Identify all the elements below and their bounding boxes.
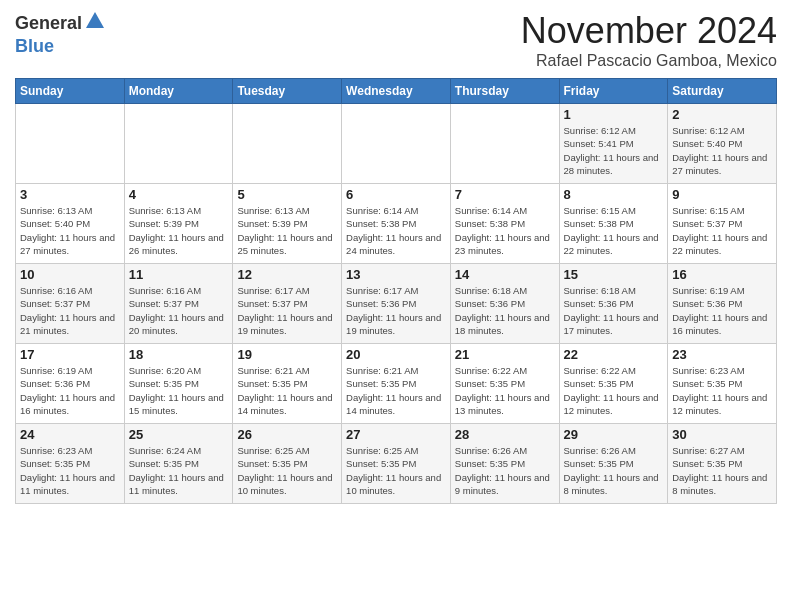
- calendar-cell: 3Sunrise: 6:13 AM Sunset: 5:40 PM Daylig…: [16, 184, 125, 264]
- day-info: Sunrise: 6:16 AM Sunset: 5:37 PM Dayligh…: [20, 284, 120, 337]
- month-title: November 2024: [521, 10, 777, 52]
- day-number: 25: [129, 427, 229, 442]
- week-row-2: 3Sunrise: 6:13 AM Sunset: 5:40 PM Daylig…: [16, 184, 777, 264]
- day-number: 12: [237, 267, 337, 282]
- calendar-cell: 24Sunrise: 6:23 AM Sunset: 5:35 PM Dayli…: [16, 424, 125, 504]
- logo: General Blue: [15, 10, 106, 57]
- calendar-cell: 6Sunrise: 6:14 AM Sunset: 5:38 PM Daylig…: [342, 184, 451, 264]
- day-info: Sunrise: 6:26 AM Sunset: 5:35 PM Dayligh…: [455, 444, 555, 497]
- day-info: Sunrise: 6:25 AM Sunset: 5:35 PM Dayligh…: [346, 444, 446, 497]
- day-number: 7: [455, 187, 555, 202]
- weekday-header-friday: Friday: [559, 79, 668, 104]
- day-number: 3: [20, 187, 120, 202]
- day-number: 24: [20, 427, 120, 442]
- day-number: 1: [564, 107, 664, 122]
- day-number: 19: [237, 347, 337, 362]
- calendar-cell: 19Sunrise: 6:21 AM Sunset: 5:35 PM Dayli…: [233, 344, 342, 424]
- day-number: 26: [237, 427, 337, 442]
- day-number: 15: [564, 267, 664, 282]
- calendar-cell: 2Sunrise: 6:12 AM Sunset: 5:40 PM Daylig…: [668, 104, 777, 184]
- day-number: 17: [20, 347, 120, 362]
- day-number: 21: [455, 347, 555, 362]
- week-row-5: 24Sunrise: 6:23 AM Sunset: 5:35 PM Dayli…: [16, 424, 777, 504]
- calendar-cell: 20Sunrise: 6:21 AM Sunset: 5:35 PM Dayli…: [342, 344, 451, 424]
- day-info: Sunrise: 6:21 AM Sunset: 5:35 PM Dayligh…: [346, 364, 446, 417]
- calendar-cell: 11Sunrise: 6:16 AM Sunset: 5:37 PM Dayli…: [124, 264, 233, 344]
- day-info: Sunrise: 6:21 AM Sunset: 5:35 PM Dayligh…: [237, 364, 337, 417]
- day-info: Sunrise: 6:23 AM Sunset: 5:35 PM Dayligh…: [20, 444, 120, 497]
- logo-blue-text: Blue: [15, 36, 54, 56]
- day-info: Sunrise: 6:22 AM Sunset: 5:35 PM Dayligh…: [564, 364, 664, 417]
- day-info: Sunrise: 6:13 AM Sunset: 5:39 PM Dayligh…: [129, 204, 229, 257]
- day-info: Sunrise: 6:18 AM Sunset: 5:36 PM Dayligh…: [564, 284, 664, 337]
- day-number: 5: [237, 187, 337, 202]
- day-number: 6: [346, 187, 446, 202]
- calendar-cell: [124, 104, 233, 184]
- day-info: Sunrise: 6:25 AM Sunset: 5:35 PM Dayligh…: [237, 444, 337, 497]
- day-info: Sunrise: 6:17 AM Sunset: 5:36 PM Dayligh…: [346, 284, 446, 337]
- calendar-cell: 4Sunrise: 6:13 AM Sunset: 5:39 PM Daylig…: [124, 184, 233, 264]
- calendar-cell: 14Sunrise: 6:18 AM Sunset: 5:36 PM Dayli…: [450, 264, 559, 344]
- day-info: Sunrise: 6:14 AM Sunset: 5:38 PM Dayligh…: [346, 204, 446, 257]
- day-info: Sunrise: 6:16 AM Sunset: 5:37 PM Dayligh…: [129, 284, 229, 337]
- day-info: Sunrise: 6:12 AM Sunset: 5:41 PM Dayligh…: [564, 124, 664, 177]
- day-number: 23: [672, 347, 772, 362]
- calendar-cell: 25Sunrise: 6:24 AM Sunset: 5:35 PM Dayli…: [124, 424, 233, 504]
- calendar-cell: 29Sunrise: 6:26 AM Sunset: 5:35 PM Dayli…: [559, 424, 668, 504]
- title-block: November 2024 Rafael Pascacio Gamboa, Me…: [521, 10, 777, 70]
- day-info: Sunrise: 6:15 AM Sunset: 5:37 PM Dayligh…: [672, 204, 772, 257]
- calendar-cell: [233, 104, 342, 184]
- week-row-4: 17Sunrise: 6:19 AM Sunset: 5:36 PM Dayli…: [16, 344, 777, 424]
- day-info: Sunrise: 6:27 AM Sunset: 5:35 PM Dayligh…: [672, 444, 772, 497]
- calendar-cell: 12Sunrise: 6:17 AM Sunset: 5:37 PM Dayli…: [233, 264, 342, 344]
- day-number: 11: [129, 267, 229, 282]
- weekday-header-tuesday: Tuesday: [233, 79, 342, 104]
- day-number: 13: [346, 267, 446, 282]
- calendar-cell: [16, 104, 125, 184]
- day-info: Sunrise: 6:22 AM Sunset: 5:35 PM Dayligh…: [455, 364, 555, 417]
- calendar-cell: 18Sunrise: 6:20 AM Sunset: 5:35 PM Dayli…: [124, 344, 233, 424]
- day-number: 8: [564, 187, 664, 202]
- day-info: Sunrise: 6:19 AM Sunset: 5:36 PM Dayligh…: [672, 284, 772, 337]
- calendar-cell: 15Sunrise: 6:18 AM Sunset: 5:36 PM Dayli…: [559, 264, 668, 344]
- day-number: 29: [564, 427, 664, 442]
- calendar-table: SundayMondayTuesdayWednesdayThursdayFrid…: [15, 78, 777, 504]
- weekday-header-sunday: Sunday: [16, 79, 125, 104]
- day-number: 28: [455, 427, 555, 442]
- calendar-cell: 16Sunrise: 6:19 AM Sunset: 5:36 PM Dayli…: [668, 264, 777, 344]
- day-number: 16: [672, 267, 772, 282]
- day-info: Sunrise: 6:12 AM Sunset: 5:40 PM Dayligh…: [672, 124, 772, 177]
- day-number: 20: [346, 347, 446, 362]
- weekday-header-saturday: Saturday: [668, 79, 777, 104]
- calendar-cell: 23Sunrise: 6:23 AM Sunset: 5:35 PM Dayli…: [668, 344, 777, 424]
- day-number: 30: [672, 427, 772, 442]
- day-number: 10: [20, 267, 120, 282]
- calendar-cell: 1Sunrise: 6:12 AM Sunset: 5:41 PM Daylig…: [559, 104, 668, 184]
- calendar-cell: 13Sunrise: 6:17 AM Sunset: 5:36 PM Dayli…: [342, 264, 451, 344]
- calendar-cell: 10Sunrise: 6:16 AM Sunset: 5:37 PM Dayli…: [16, 264, 125, 344]
- calendar-cell: 28Sunrise: 6:26 AM Sunset: 5:35 PM Dayli…: [450, 424, 559, 504]
- day-info: Sunrise: 6:13 AM Sunset: 5:39 PM Dayligh…: [237, 204, 337, 257]
- day-info: Sunrise: 6:19 AM Sunset: 5:36 PM Dayligh…: [20, 364, 120, 417]
- logo-general-text: General: [15, 13, 82, 34]
- day-info: Sunrise: 6:20 AM Sunset: 5:35 PM Dayligh…: [129, 364, 229, 417]
- calendar-cell: 27Sunrise: 6:25 AM Sunset: 5:35 PM Dayli…: [342, 424, 451, 504]
- day-info: Sunrise: 6:24 AM Sunset: 5:35 PM Dayligh…: [129, 444, 229, 497]
- weekday-header-thursday: Thursday: [450, 79, 559, 104]
- weekday-header-wednesday: Wednesday: [342, 79, 451, 104]
- weekday-header-monday: Monday: [124, 79, 233, 104]
- calendar-cell: [450, 104, 559, 184]
- day-info: Sunrise: 6:18 AM Sunset: 5:36 PM Dayligh…: [455, 284, 555, 337]
- day-info: Sunrise: 6:23 AM Sunset: 5:35 PM Dayligh…: [672, 364, 772, 417]
- calendar-cell: 30Sunrise: 6:27 AM Sunset: 5:35 PM Dayli…: [668, 424, 777, 504]
- week-row-3: 10Sunrise: 6:16 AM Sunset: 5:37 PM Dayli…: [16, 264, 777, 344]
- calendar-cell: 5Sunrise: 6:13 AM Sunset: 5:39 PM Daylig…: [233, 184, 342, 264]
- day-number: 27: [346, 427, 446, 442]
- day-info: Sunrise: 6:14 AM Sunset: 5:38 PM Dayligh…: [455, 204, 555, 257]
- day-info: Sunrise: 6:26 AM Sunset: 5:35 PM Dayligh…: [564, 444, 664, 497]
- calendar-cell: 9Sunrise: 6:15 AM Sunset: 5:37 PM Daylig…: [668, 184, 777, 264]
- calendar-cell: 8Sunrise: 6:15 AM Sunset: 5:38 PM Daylig…: [559, 184, 668, 264]
- day-number: 2: [672, 107, 772, 122]
- day-info: Sunrise: 6:17 AM Sunset: 5:37 PM Dayligh…: [237, 284, 337, 337]
- calendar-cell: 17Sunrise: 6:19 AM Sunset: 5:36 PM Dayli…: [16, 344, 125, 424]
